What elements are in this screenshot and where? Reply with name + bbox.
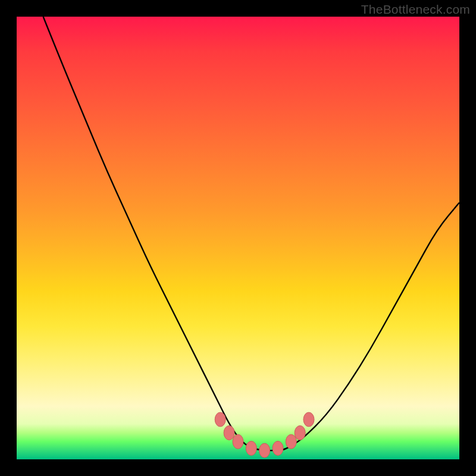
plot-area	[17, 17, 459, 459]
curve-marker	[233, 434, 243, 449]
curve-marker	[224, 425, 234, 440]
chart-frame: TheBottleneck.com	[0, 0, 476, 476]
curve-marker	[303, 412, 314, 427]
curve-marker	[295, 425, 305, 440]
curve-marker	[246, 441, 256, 455]
watermark-text: TheBottleneck.com	[361, 2, 470, 17]
curve-marker	[259, 443, 270, 458]
curve-marker	[286, 434, 296, 449]
curve-marker-group	[215, 412, 314, 458]
bottleneck-curve-svg	[17, 17, 459, 459]
bottleneck-curve-path	[43, 17, 459, 450]
curve-marker	[215, 412, 226, 427]
curve-marker	[273, 441, 283, 455]
